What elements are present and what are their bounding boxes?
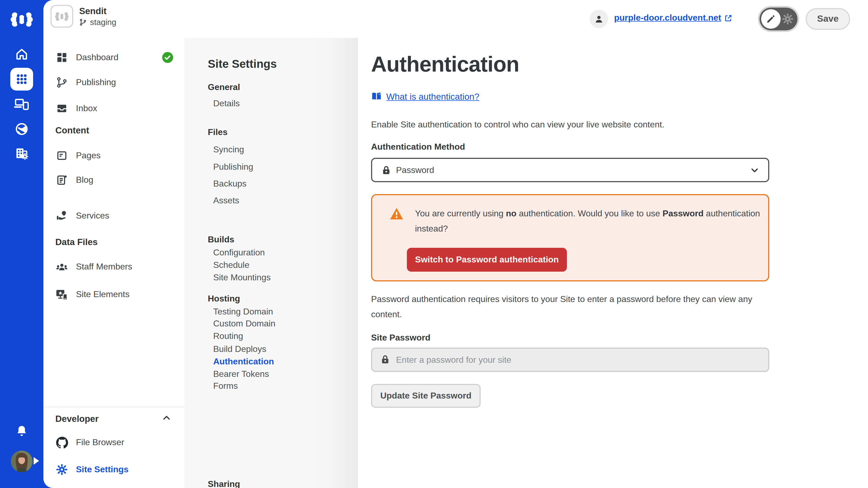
sidebar-item-label: File Browser [76,437,124,447]
sidebar: Dashboard Publishing [43,38,185,488]
settings-nav: Site Settings General Details Files Sync… [184,38,358,488]
nav-item-publishing[interactable]: Publishing [213,159,253,174]
app-root: Sendit staging purple-door.cloudvent.net [0,0,868,488]
site-elements-icon [55,289,68,300]
sidebar-section-data-files: Data Files [55,234,98,250]
sidebar-item-file-browser[interactable]: File Browser [55,434,124,451]
password-note: Password authentication requires visitor… [371,292,762,322]
nav-item-site-mountings[interactable]: Site Mountings [213,270,271,285]
user-avatar[interactable] [11,451,33,472]
lock-icon [380,354,391,365]
nav-section-sharing: Sharing [208,477,240,488]
blog-post-icon [55,174,68,186]
organization-settings-icon[interactable] [14,147,29,161]
site-name: Sendit [79,6,106,16]
nav-section-general: General [208,80,240,95]
git-branch-icon [55,76,68,88]
chevron-up-icon[interactable] [162,413,172,423]
page-icon [55,150,68,162]
warning-text: You are currently using no authenticatio… [415,206,762,236]
nav-item-syncing[interactable]: Syncing [213,142,244,157]
switch-to-password-button[interactable]: Switch to Password authentication [407,248,567,272]
apps-grid-icon[interactable] [10,68,33,91]
divider [43,407,184,407]
edit-settings-mode-toggle[interactable] [760,8,798,30]
gear-icon [55,464,68,476]
sidebar-item-label: Pages [76,151,101,161]
help-link[interactable]: What is authentication? [371,90,479,103]
app-panel: Sendit staging purple-door.cloudvent.net [43,0,868,488]
site-thumbnail[interactable] [51,5,73,28]
external-link-icon [724,14,733,22]
sidebar-item-site-elements[interactable]: Site Elements [55,286,129,303]
sidebar-item-pages[interactable]: Pages [55,147,101,164]
nav-section-files: Files [208,125,227,140]
github-icon [55,436,68,449]
account-avatar[interactable] [590,10,608,28]
nav-item-details[interactable]: Details [213,96,240,111]
sidebar-section-developer: Developer [55,411,99,426]
warning-icon [390,207,404,220]
people-icon [55,261,68,273]
branch-indicator: staging [79,18,116,27]
sidebar-item-label: Site Elements [76,290,129,299]
lock-icon [381,165,392,175]
dashboard-complete-badge [162,52,174,63]
sidebar-item-label: Blog [76,175,93,185]
sidebar-item-site-settings[interactable]: Site Settings [55,461,129,478]
authentication-method-select[interactable]: Password [371,158,769,182]
sidebar-item-blog[interactable]: Blog [55,171,93,189]
help-link-label: What is authentication? [386,91,479,102]
topbar: Sendit staging purple-door.cloudvent.net [43,0,868,38]
hand-heart-icon [55,210,68,222]
page-title: Authentication [371,52,519,76]
left-rail [0,0,43,488]
intro-text: Enable Site authentication to control wh… [371,117,762,132]
inbox-icon [55,102,68,115]
cloudcannon-logo-icon[interactable] [9,9,34,30]
sidebar-item-publishing[interactable]: Publishing [55,74,116,91]
method-label: Authentication Method [371,142,465,152]
nav-item-assets[interactable]: Assets [213,193,239,208]
gear-icon [782,13,794,25]
live-site-url: purple-door.cloudvent.net [614,13,721,23]
nav-item-backups[interactable]: Backups [213,176,247,191]
settings-nav-title: Site Settings [208,58,277,70]
sidebar-item-label: Dashboard [76,53,119,62]
book-icon [371,92,382,101]
globe-icon[interactable] [14,122,29,136]
sidebar-item-label: Inbox [76,104,97,113]
branch-name: staging [90,18,116,27]
home-icon[interactable] [14,47,29,61]
sidebar-item-inbox[interactable]: Inbox [55,100,97,117]
sidebar-item-staff-members[interactable]: Staff Members [55,258,132,275]
sidebar-item-dashboard[interactable]: Dashboard [55,49,119,66]
update-site-password-button[interactable]: Update Site Password [371,384,480,408]
sidebar-item-label: Site Settings [76,465,129,475]
expand-arrow-icon[interactable] [34,457,39,465]
devices-icon[interactable] [14,98,29,110]
sidebar-item-services[interactable]: Services [55,207,109,225]
chevron-down-icon [750,165,760,175]
site-password-label: Site Password [371,333,431,343]
git-branch-icon [79,18,87,26]
sidebar-item-label: Services [76,211,109,221]
save-button[interactable]: Save [806,8,850,30]
warning-banner: You are currently using no authenticatio… [371,194,769,282]
dashboard-icon [55,52,68,63]
sidebar-item-label: Publishing [76,77,116,87]
live-site-link[interactable]: purple-door.cloudvent.net [614,13,733,23]
nav-item-forms[interactable]: Forms [213,379,238,394]
method-value: Password [396,165,434,175]
pencil-icon [761,9,781,29]
sidebar-item-label: Staff Members [76,262,132,272]
site-password-input[interactable] [371,348,769,372]
sidebar-section-content: Content [55,123,89,138]
bell-icon[interactable] [15,425,28,438]
main-content: Authentication What is authentication? E… [358,38,868,488]
